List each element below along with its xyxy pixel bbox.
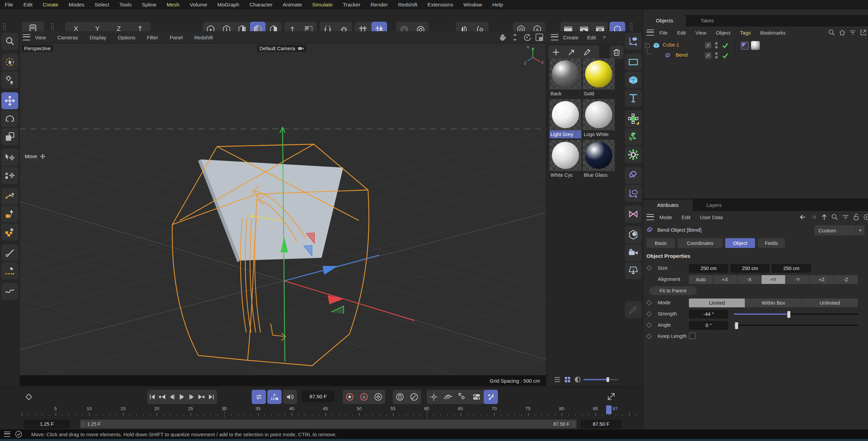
mode-limited[interactable]: Limited: [689, 299, 745, 307]
tab-takes[interactable]: Takes: [686, 15, 729, 26]
menu-mesh[interactable]: Mesh: [167, 2, 179, 8]
tab-attributes[interactable]: Attributes: [643, 199, 693, 211]
range-start-field[interactable]: 1.25 F: [24, 420, 70, 428]
menu-file[interactable]: File: [5, 2, 13, 8]
objects-menu-icon[interactable]: [647, 30, 654, 36]
key-pla-button-active[interactable]: [484, 390, 498, 404]
align-minus-y[interactable]: -Y: [786, 275, 809, 284]
mode-unlimited[interactable]: Unlimited: [802, 299, 858, 307]
tab-coordinates[interactable]: Coordinates: [678, 238, 722, 248]
materials-menu-overflow[interactable]: >: [603, 34, 606, 40]
keep-length-checkbox[interactable]: [689, 333, 695, 339]
menu-modes[interactable]: Modes: [69, 2, 84, 8]
om-menu-file[interactable]: File: [659, 30, 668, 36]
knife-tool-icon[interactable]: [1, 244, 18, 261]
om-menu-bookmarks[interactable]: Bookmarks: [760, 30, 786, 36]
next-key-button[interactable]: [196, 390, 206, 404]
size-x-field[interactable]: 250 cm: [689, 264, 728, 273]
om-menu-object[interactable]: Object: [716, 30, 730, 36]
fit-to-parent-button[interactable]: Fit to Parent: [649, 286, 697, 295]
timeline-ruler[interactable]: 51015202530354045505560657075808587: [0, 405, 643, 419]
angle-field[interactable]: 0 °: [689, 321, 728, 330]
material-blue-glass[interactable]: Blue Glass: [583, 140, 615, 179]
sketch-tool-icon[interactable]: [1, 283, 18, 300]
edit-toggle-icon[interactable]: [705, 42, 711, 49]
align-plus-x[interactable]: +X: [713, 275, 737, 284]
next-frame-button[interactable]: [187, 390, 196, 404]
strength-field[interactable]: -44 °: [689, 310, 728, 319]
menu-help[interactable]: Help: [492, 2, 503, 8]
record-mouse-button[interactable]: [393, 390, 407, 404]
primitive-objects-icon[interactable]: [1, 224, 18, 241]
size-y-field[interactable]: 250 cm: [730, 264, 770, 273]
play-button[interactable]: [177, 390, 187, 404]
visibility-dot-bottom-2[interactable]: [715, 56, 718, 59]
menu-tracker[interactable]: Tracker: [343, 2, 361, 8]
transform-objects-icon[interactable]: [1, 167, 18, 184]
am-filter-icon[interactable]: [842, 213, 849, 221]
vp-menu-filter[interactable]: Filter: [147, 35, 158, 40]
keying-settings-button[interactable]: [371, 390, 385, 404]
preset-dropdown[interactable]: Custom ▼: [814, 225, 865, 235]
spline-pen-icon[interactable]: [1, 188, 18, 205]
menu-volume[interactable]: Volume: [190, 2, 207, 8]
keep-length-key-icon[interactable]: [647, 334, 652, 339]
angle-slider-handle[interactable]: [735, 322, 738, 329]
materials-menu-create[interactable]: Create: [563, 35, 578, 40]
menu-simulate[interactable]: Simulate: [312, 2, 332, 8]
object-name-cube[interactable]: Cube.1: [663, 42, 679, 47]
list-view-icon[interactable]: [554, 377, 560, 382]
pan-hand-icon[interactable]: [498, 33, 507, 42]
live-selection-icon[interactable]: [1, 54, 18, 71]
tree-row-cube[interactable]: − Cube.1: [643, 40, 868, 50]
tab-basic[interactable]: Basic: [647, 238, 675, 248]
edit-toggle-icon-2[interactable]: [705, 52, 711, 59]
annotate-disabled-icon[interactable]: [625, 301, 642, 318]
xpresso-icon[interactable]: [625, 206, 642, 223]
camera-label[interactable]: Default Camera: [257, 45, 306, 52]
om-menu-view[interactable]: View: [695, 30, 706, 36]
prev-key-button[interactable]: [157, 390, 167, 404]
menu-animate[interactable]: Animate: [283, 2, 302, 8]
material-logo-white[interactable]: Logo White: [583, 99, 615, 138]
strength-slider[interactable]: [734, 310, 858, 319]
menu-edit[interactable]: Edit: [23, 2, 33, 8]
expander-icon[interactable]: −: [645, 43, 650, 48]
om-home-icon[interactable]: [838, 29, 846, 36]
sound-button[interactable]: [283, 390, 297, 404]
materials-menu-icon[interactable]: [551, 34, 558, 40]
strength-slider-handle[interactable]: [787, 311, 791, 318]
viewport-menu-icon[interactable]: [23, 34, 30, 40]
simulation-icon[interactable]: [625, 146, 642, 163]
om-menu-tags[interactable]: Tags: [740, 30, 751, 36]
size-key-icon[interactable]: [647, 266, 652, 271]
key-scale-button[interactable]: [455, 390, 469, 404]
vp-menu-panel[interactable]: Panel: [170, 35, 182, 40]
stage-icon[interactable]: [625, 262, 642, 279]
record-key-button[interactable]: [343, 390, 357, 404]
am-target-icon[interactable]: [863, 213, 868, 221]
am-menu-userdata[interactable]: User Data: [700, 214, 723, 220]
camera-icon[interactable]: [625, 244, 642, 261]
null-axis-icon[interactable]: [625, 185, 642, 202]
range-end-field[interactable]: 87.50 F: [581, 420, 621, 428]
rotate-tool-icon[interactable]: [1, 110, 18, 127]
material-back[interactable]: Back: [549, 58, 581, 98]
om-menu-edit[interactable]: Edit: [677, 30, 686, 36]
phong-tag-icon[interactable]: [741, 42, 749, 50]
subdivision-surface-icon[interactable]: [625, 110, 642, 127]
am-menu-mode[interactable]: Mode: [659, 214, 672, 220]
align-minus-z[interactable]: -Z: [834, 275, 858, 284]
maximize-view-icon[interactable]: [535, 33, 544, 42]
menu-spline[interactable]: Spline: [142, 2, 156, 8]
preview-range-bar[interactable]: 1.25 F 87.50 F: [80, 420, 577, 428]
om-filter-icon[interactable]: [849, 29, 856, 36]
range-left-grip[interactable]: [82, 422, 84, 426]
edit-material-icon[interactable]: [579, 45, 595, 59]
visibility-dot-top[interactable]: [715, 42, 718, 45]
vp-menu-view[interactable]: View: [35, 35, 46, 40]
am-back-icon[interactable]: [799, 214, 807, 220]
menu-extensions[interactable]: Extensions: [427, 2, 453, 8]
assign-material-icon[interactable]: [564, 45, 579, 59]
menu-create[interactable]: Create: [43, 2, 59, 8]
